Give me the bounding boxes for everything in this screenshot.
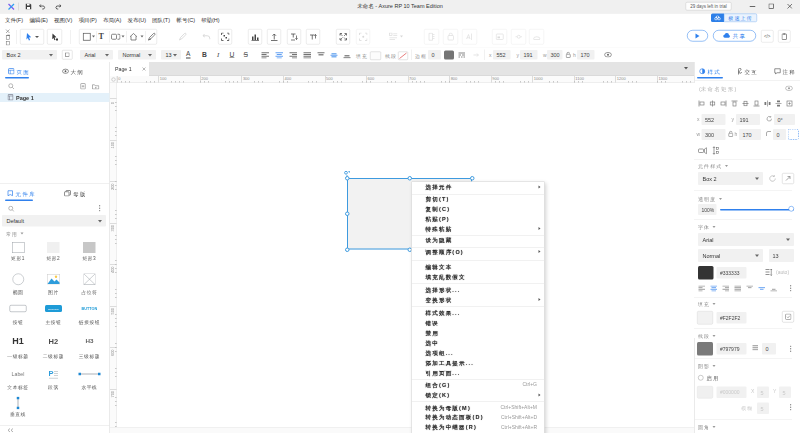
svg-text:P: P <box>48 369 53 378</box>
